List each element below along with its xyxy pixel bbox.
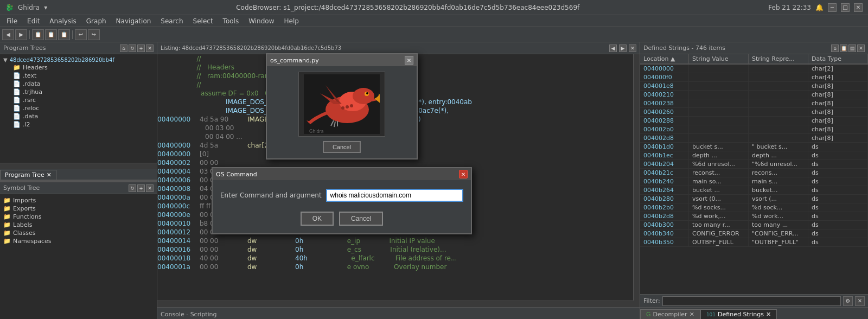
symbol-tree-area[interactable]: 📁 Imports 📁 Exports 📁 Functions 📁 Labels… (0, 194, 157, 247)
sym-item-imports[interactable]: 📁 Imports (2, 196, 155, 205)
cmd-cancel-button[interactable]: Cancel (339, 212, 383, 226)
sym-item-classes[interactable]: 📁 Classes (2, 229, 155, 237)
tree-item-trjhua[interactable]: 📄 .trjhua (2, 88, 155, 96)
tab-defined-strings-close[interactable]: ✕ (766, 311, 771, 318)
table-row[interactable]: 0040b340 CONFIG_ERROR "CONFIG_ERR... ds (640, 229, 868, 238)
filter-input[interactable] (662, 296, 841, 306)
menu-item-graph[interactable]: Graph (82, 16, 111, 26)
tree-item-reloc[interactable]: 📄 .reloc (2, 104, 155, 112)
table-row[interactable]: 004002d8 char[8] (640, 134, 868, 143)
table-row[interactable]: 0040b1d0 bucket s... " bucket s... ds (640, 143, 868, 151)
col-data-type[interactable]: Data Type (808, 54, 868, 63)
strings-table[interactable]: Location ▲ String Value String Repre... … (640, 54, 868, 294)
table-row[interactable]: 004001e8 char[8] (640, 82, 868, 91)
table-row[interactable]: 004002b0 char[8] (640, 125, 868, 134)
table-row[interactable]: 0040b300 too many r... too many ... ds (640, 221, 868, 229)
listing-btn-1[interactable]: ◀ (609, 44, 617, 52)
sym-item-labels[interactable]: 📁 Labels (2, 221, 155, 229)
tree-item-rdata[interactable]: 📄 .rdata (2, 80, 155, 88)
listing-operand: 0h (295, 237, 303, 245)
menu-item-analysis[interactable]: Analysis (45, 16, 80, 26)
table-row[interactable]: 00400000 char[2] (640, 65, 868, 73)
tree-item-data[interactable]: 📄 .data (2, 112, 155, 120)
back-button[interactable]: ◀ (2, 29, 14, 40)
table-row[interactable]: 0040b350 OUTBFF_FULL "OUTBFF_FULL" ds (640, 238, 868, 247)
symbol-btn-close[interactable]: ✕ (146, 184, 154, 192)
table-row[interactable]: 0040b264 bucket ... bucket... ds (640, 186, 868, 195)
tree-item-l2[interactable]: 📄 .l2 (2, 120, 155, 129)
close-button[interactable]: ✕ (854, 3, 863, 12)
tree-item-text[interactable]: 📄 .text (2, 72, 155, 80)
table-row[interactable]: 00400238 char[8] (640, 99, 868, 108)
tab-decompiler-close[interactable]: ✕ (690, 311, 694, 318)
symbol-btn-refresh[interactable]: ↻ (129, 184, 136, 192)
panel-btn-home[interactable]: ⌂ (120, 44, 127, 52)
tool-btn-1[interactable]: 📋 (32, 29, 44, 40)
forward-button[interactable]: ▶ (15, 29, 27, 40)
dialog-os-command-input[interactable]: OS Command ✕ Enter Command and argument … (212, 167, 472, 234)
table-row[interactable]: 0040b2d8 %d work,... %d work... ds (640, 212, 868, 221)
dialog-os-command-py[interactable]: os_command.py ✕ (266, 53, 418, 160)
menu-item-help[interactable]: Help (280, 16, 303, 26)
col-string-repr[interactable]: String Repre... (749, 54, 808, 63)
menu-item-window[interactable]: Window (244, 16, 278, 26)
ds-btn-2[interactable]: 📋 (840, 44, 847, 52)
table-row[interactable]: 0040b204 %6d unresol... "%6d unresol... … (640, 160, 868, 169)
menu-item-navigation[interactable]: Navigation (112, 16, 156, 26)
table-row[interactable]: 00400260 char[8] (640, 108, 868, 117)
listing-vscroll[interactable] (633, 54, 640, 301)
dialog-os-cmd-close[interactable]: ✕ (405, 56, 413, 65)
tree-item-rsrc[interactable]: 📄 .rsrc (2, 96, 155, 104)
col-location[interactable]: Location ▲ (640, 54, 689, 63)
ds-btn-close[interactable]: ✕ (857, 44, 865, 52)
tab-decompiler[interactable]: G Decompiler ✕ (640, 309, 700, 319)
tab-close-icon[interactable]: ✕ (47, 171, 52, 178)
os-cmd-cancel-button[interactable]: Cancel (323, 141, 361, 153)
menu-item-file[interactable]: File (2, 16, 22, 26)
listing-bytes: 00 04 00 ... (205, 133, 248, 141)
undo-btn[interactable]: ↩ (75, 29, 87, 40)
table-row[interactable]: 0040b21c reconst... recons... ds (640, 169, 868, 177)
tree-hscroll[interactable] (0, 163, 157, 169)
program-tree-area[interactable]: ▼ 48dced47372853658202b286920bb4f 📁 Head… (0, 54, 157, 163)
table-row[interactable]: 0040b2b0 %d socks... %d sock... ds (640, 203, 868, 212)
tool-btn-3[interactable]: 📋 (58, 29, 70, 40)
filter-settings-btn[interactable]: ⚙ (843, 296, 853, 306)
cmd-input-field[interactable] (326, 189, 463, 202)
table-row[interactable]: 0040b1ec depth ... depth ... ds (640, 151, 868, 160)
tab-defined-strings[interactable]: 101 Defined Strings ✕ (700, 309, 777, 319)
table-row[interactable]: 00400210 char[8] (640, 91, 868, 99)
sym-item-namespaces[interactable]: 📁 Namespaces (2, 237, 155, 245)
tree-item-headers[interactable]: 📁 Headers (2, 63, 155, 72)
symbol-btn-add[interactable]: + (137, 184, 145, 192)
menu-item-edit[interactable]: Edit (23, 16, 44, 26)
listing-btn-2[interactable]: ▶ (619, 44, 627, 52)
minimize-button[interactable]: − (828, 3, 837, 12)
dialog-os-input-close[interactable]: ✕ (459, 170, 468, 178)
tool-btn-2[interactable]: 📋 (45, 29, 57, 40)
table-row[interactable]: 0040b280 vsort (0... vsort (... ds (640, 195, 868, 203)
menu-item-select[interactable]: Select (189, 16, 218, 26)
table-row[interactable]: 0040b240 main so... main s... ds (640, 177, 868, 186)
panel-btn-close[interactable]: ✕ (146, 44, 154, 52)
td-location: 0040b300 (640, 221, 689, 229)
table-row[interactable]: 00400288 char[8] (640, 117, 868, 125)
menu-item-search[interactable]: Search (156, 16, 187, 26)
tab-program-tree[interactable]: Program Tree ✕ (0, 170, 56, 180)
menu-item-tools[interactable]: Tools (219, 16, 244, 26)
sym-item-functions[interactable]: 📁 Functions (2, 213, 155, 221)
redo-btn[interactable]: ↪ (88, 29, 100, 40)
ds-btn-3[interactable]: ▤ (848, 44, 856, 52)
col-string-value[interactable]: String Value (689, 54, 749, 63)
sym-item-exports[interactable]: 📁 Exports (2, 205, 155, 213)
panel-btn-add[interactable]: + (137, 44, 145, 52)
panel-btn-refresh[interactable]: ↻ (129, 44, 136, 52)
tree-root[interactable]: ▼ 48dced47372853658202b286920bb4f (2, 56, 155, 63)
table-row[interactable]: 004000f0 char[4] (640, 73, 868, 82)
listing-hscroll[interactable] (157, 301, 633, 307)
maximize-button[interactable]: □ (841, 3, 850, 12)
ds-btn-1[interactable]: ⌂ (831, 44, 839, 52)
cmd-ok-button[interactable]: OK (301, 212, 334, 226)
listing-close[interactable]: ✕ (629, 44, 636, 52)
filter-clear-btn[interactable]: ✕ (855, 296, 865, 306)
